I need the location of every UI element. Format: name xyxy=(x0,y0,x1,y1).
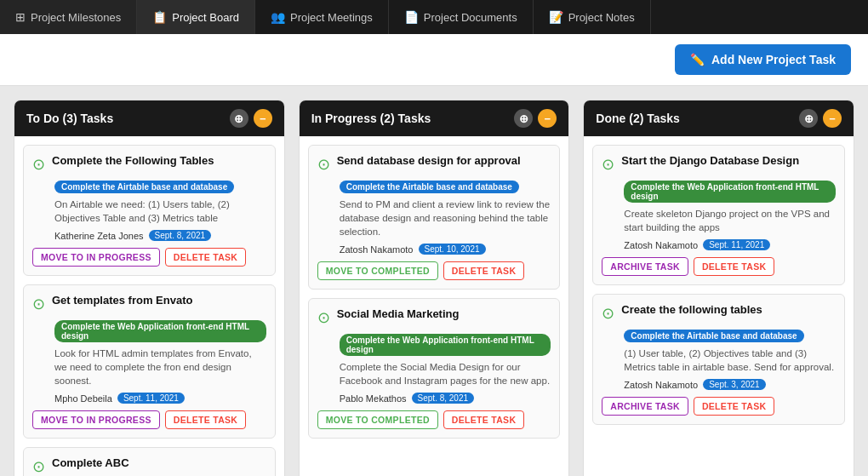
add-task-button[interactable]: ✏️ Add New Project Task xyxy=(675,44,851,75)
task-tag-d1: Complete the Web Application front-end H… xyxy=(624,181,836,203)
col-header-inprogress: In Progress (2) Tasks ⊕ − xyxy=(300,100,569,136)
task-actions-p2: MOVE TO COMPLETED DELETE TASK xyxy=(317,410,551,429)
task-actions-d1: ARCHIVE TASK DELETE TASK xyxy=(602,257,836,276)
task-top-p2: ⊙ Social Media Marketing xyxy=(317,307,551,327)
task-delete-btn-p1[interactable]: DELETE TASK xyxy=(443,261,524,280)
task-desc-t1: On Airtable we need: (1) Users table, (2… xyxy=(54,198,266,225)
task-assignee-t1: Katherine Zeta Jones xyxy=(54,231,144,241)
task-assignee-t2: Mpho Debeila xyxy=(54,393,112,404)
task-desc-d2: (1) User table, (2) Objectives table and… xyxy=(624,347,836,374)
task-tag-t2: Complete the Web Application front-end H… xyxy=(54,320,266,342)
task-desc-t2: Look for HTML admin templates from Envat… xyxy=(54,347,266,387)
task-delete-btn-p2[interactable]: DELETE TASK xyxy=(443,410,524,429)
meetings-icon: 👥 xyxy=(271,10,285,24)
task-title-d1: Start the Django Database Design xyxy=(621,154,799,169)
milestones-icon: ⊞ xyxy=(15,10,26,24)
col-add-btn-done[interactable]: ⊕ xyxy=(799,109,818,128)
nav-tab-label-notes: Project Notes xyxy=(568,11,635,24)
nav-tab-label-meetings: Project Meetings xyxy=(290,11,373,24)
nav-tab-meetings[interactable]: 👥Project Meetings xyxy=(255,0,389,34)
col-collapse-btn-todo[interactable]: − xyxy=(254,109,272,128)
col-header-todo: To Do (3) Tasks ⊕ − xyxy=(14,100,284,136)
task-title-t3: Complete ABC xyxy=(52,456,129,471)
task-assignee-d1: Zatosh Nakamoto xyxy=(624,240,698,250)
task-top-t3: ⊙ Complete ABC xyxy=(32,456,266,476)
task-card-t2: ⊙ Get templates from Envato Complete the… xyxy=(23,284,276,439)
documents-icon: 📄 xyxy=(404,10,419,24)
task-actions-p1: MOVE TO COMPLETED DELETE TASK xyxy=(317,261,551,280)
task-top-d2: ⊙ Create the following tables xyxy=(602,303,836,323)
task-top-p1: ⊙ Send database design for approval xyxy=(317,154,551,174)
main-nav: ⊞Project Milestones📋Project Board👥Projec… xyxy=(0,0,868,34)
task-card-t1: ⊙ Complete the Following Tables Complete… xyxy=(23,145,276,276)
col-add-btn-inprogress[interactable]: ⊕ xyxy=(514,109,533,128)
task-check-d1: ⊙ xyxy=(602,155,614,174)
col-title-inprogress: In Progress (2) Tasks xyxy=(311,112,431,125)
task-delete-btn-t2[interactable]: DELETE TASK xyxy=(165,410,246,429)
task-top-d1: ⊙ Start the Django Database Design xyxy=(602,154,836,174)
task-meta-d1: Zatosh Nakamoto Sept. 11, 2021 xyxy=(624,239,836,250)
nav-tab-milestones[interactable]: ⊞Project Milestones xyxy=(0,0,137,34)
col-body-done: ⊙ Start the Django Database Design Compl… xyxy=(584,136,854,433)
col-body-todo: ⊙ Complete the Following Tables Complete… xyxy=(14,136,284,476)
task-action1-btn-d2[interactable]: ARCHIVE TASK xyxy=(602,397,688,416)
task-delete-btn-d1[interactable]: DELETE TASK xyxy=(694,257,774,276)
add-task-label: Add New Project Task xyxy=(711,53,836,66)
task-desc-d1: Create skeleton Django project on the VP… xyxy=(624,207,836,234)
task-card-t3: ⊙ Complete ABC Finish the Web App Django… xyxy=(23,447,276,476)
task-title-t1: Complete the Following Tables xyxy=(52,154,214,169)
task-actions-t2: MOVE TO IN PROGRESS DELETE TASK xyxy=(32,410,266,429)
col-actions-inprogress: ⊕ − xyxy=(514,109,557,128)
task-tag-p1: Complete the Airtable base and database xyxy=(340,181,519,193)
task-delete-btn-t1[interactable]: DELETE TASK xyxy=(165,248,246,267)
task-actions-d2: ARCHIVE TASK DELETE TASK xyxy=(602,397,836,416)
task-check-t1: ⊙ xyxy=(32,155,45,174)
task-date-d2: Sept. 3, 2021 xyxy=(703,379,766,390)
task-check-t2: ⊙ xyxy=(32,295,45,313)
col-add-btn-todo[interactable]: ⊕ xyxy=(230,109,248,128)
task-actions-t1: MOVE TO IN PROGRESS DELETE TASK xyxy=(32,248,266,267)
task-desc-p2: Complete the Social Media Design for our… xyxy=(340,360,551,387)
task-title-d2: Create the following tables xyxy=(621,303,762,318)
column-inprogress: In Progress (2) Tasks ⊕ − ⊙ Send databas… xyxy=(299,100,570,476)
task-card-d2: ⊙ Create the following tables Complete t… xyxy=(592,294,845,425)
task-tag-d2: Complete the Airtable base and database xyxy=(624,330,803,342)
col-collapse-btn-inprogress[interactable]: − xyxy=(538,109,557,128)
task-assignee-p1: Zatosh Nakamoto xyxy=(340,244,414,255)
task-action1-btn-t2[interactable]: MOVE TO IN PROGRESS xyxy=(32,410,160,429)
nav-tab-label-milestones: Project Milestones xyxy=(31,11,121,24)
col-actions-todo: ⊕ − xyxy=(230,109,272,128)
task-action1-btn-t1[interactable]: MOVE TO IN PROGRESS xyxy=(32,248,160,267)
task-title-p2: Social Media Marketing xyxy=(337,307,460,322)
task-check-p1: ⊙ xyxy=(317,155,330,174)
task-check-d2: ⊙ xyxy=(602,304,614,323)
task-meta-d2: Zatosh Nakamoto Sept. 3, 2021 xyxy=(624,379,836,390)
task-meta-p1: Zatosh Nakamoto Sept. 10, 2021 xyxy=(340,244,551,255)
col-title-todo: To Do (3) Tasks xyxy=(26,112,113,125)
task-action1-btn-p1[interactable]: MOVE TO COMPLETED xyxy=(317,261,438,280)
nav-tab-notes[interactable]: 📝Project Notes xyxy=(534,0,651,34)
task-top-t2: ⊙ Get templates from Envato xyxy=(32,294,266,313)
nav-tab-label-board: Project Board xyxy=(172,11,239,24)
task-date-t2: Sept. 11, 2021 xyxy=(117,393,185,404)
kanban-board: To Do (3) Tasks ⊕ − ⊙ Complete the Follo… xyxy=(0,86,868,476)
task-meta-t2: Mpho Debeila Sept. 11, 2021 xyxy=(54,393,266,404)
column-todo: To Do (3) Tasks ⊕ − ⊙ Complete the Follo… xyxy=(14,100,285,476)
task-desc-p1: Send to PM and client a review link to r… xyxy=(340,198,551,238)
task-date-p1: Sept. 10, 2021 xyxy=(419,244,486,255)
board-icon: 📋 xyxy=(152,10,167,24)
task-check-t3: ⊙ xyxy=(32,457,45,476)
task-action1-btn-d1[interactable]: ARCHIVE TASK xyxy=(602,257,688,276)
column-done: Done (2) Tasks ⊕ − ⊙ Start the Django Da… xyxy=(583,100,854,476)
task-top-t1: ⊙ Complete the Following Tables xyxy=(32,154,266,174)
col-collapse-btn-done[interactable]: − xyxy=(823,109,842,128)
task-assignee-d2: Zatosh Nakamoto xyxy=(624,380,698,390)
task-meta-t1: Katherine Zeta Jones Sept. 8, 2021 xyxy=(54,230,266,241)
nav-tab-board[interactable]: 📋Project Board xyxy=(137,0,255,34)
task-tag-p2: Complete the Web Application front-end H… xyxy=(340,334,551,356)
task-action1-btn-p2[interactable]: MOVE TO COMPLETED xyxy=(317,410,438,429)
task-delete-btn-d2[interactable]: DELETE TASK xyxy=(694,397,774,416)
nav-tab-documents[interactable]: 📄Project Documents xyxy=(389,0,534,34)
task-title-p1: Send database design for approval xyxy=(337,154,521,169)
task-assignee-p2: Pablo Mekathos xyxy=(340,393,407,404)
